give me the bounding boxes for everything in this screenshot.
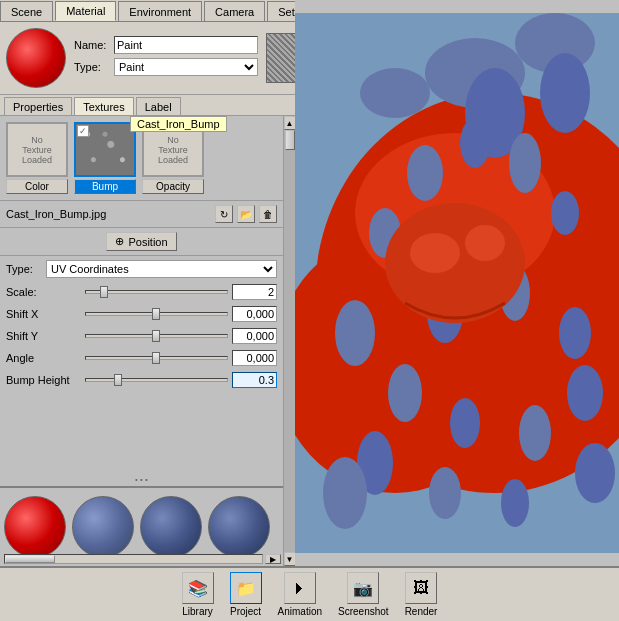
svg-point-12 (551, 191, 579, 235)
toolbar-project-btn[interactable]: 📁 Project (224, 570, 268, 619)
library-icon: 📚 (182, 572, 214, 604)
bumpheight-label: Bump Height (6, 374, 81, 386)
svg-point-17 (388, 364, 422, 422)
hscroll-track[interactable] (4, 554, 263, 564)
material-fields: Name: Type: Paint (74, 36, 258, 80)
scroll-down-btn[interactable]: ▼ (284, 552, 296, 566)
viewport-canvas (295, 0, 619, 566)
3d-viewport[interactable] (295, 0, 619, 566)
tab-properties[interactable]: Properties (4, 97, 72, 115)
material-sphere-preview (6, 28, 66, 88)
scale-input[interactable] (232, 284, 277, 300)
bumpheight-slider[interactable] (85, 378, 228, 382)
shifty-slider[interactable] (85, 334, 228, 338)
shiftx-slider[interactable] (85, 312, 228, 316)
svg-point-26 (335, 300, 375, 366)
bottom-toolbar: 📚 Library 📁 Project ⏵ Animation 📷 Screen… (0, 566, 619, 621)
shiftx-input[interactable] (232, 306, 277, 322)
vertical-scrollbar: ▲ ▼ (283, 116, 295, 566)
render-label: Render (405, 606, 438, 617)
tab-textures[interactable]: Textures (74, 97, 134, 115)
channel-opacity[interactable]: NoTextureLoaded Opacity (142, 122, 204, 194)
shifty-label: Shift Y (6, 330, 81, 342)
svg-point-24 (410, 233, 460, 273)
channel-opacity-label[interactable]: Opacity (142, 179, 204, 194)
tab-environment[interactable]: Environment (118, 1, 202, 21)
project-icon: 📁 (230, 572, 262, 604)
bumpheight-input[interactable] (232, 372, 277, 388)
material-thumbnail (266, 33, 295, 83)
folder-btn[interactable]: 📂 (237, 205, 255, 223)
sub-tab-bar: Properties Textures Label (0, 95, 295, 116)
expand-dots: • • • (0, 473, 283, 486)
toolbar-screenshot-btn[interactable]: 📷 Screenshot (332, 570, 395, 619)
mat-ball-red[interactable] (4, 496, 66, 558)
type-dropdown[interactable]: UV Coordinates (46, 260, 277, 278)
refresh-btn[interactable]: ↻ (215, 205, 233, 223)
scale-slider[interactable] (85, 290, 228, 294)
angle-input[interactable] (232, 350, 277, 366)
channel-bump-label[interactable]: Bump (74, 179, 136, 194)
texture-filename: Cast_Iron_Bump.jpg (6, 208, 211, 220)
material-header: Name: Type: Paint 💾 (0, 22, 295, 95)
toolbar-render-btn[interactable]: 🖼 Render (399, 570, 444, 619)
tab-material[interactable]: Material (55, 1, 116, 21)
project-label: Project (230, 606, 261, 617)
svg-point-6 (360, 68, 430, 118)
tab-camera[interactable]: Camera (204, 1, 265, 21)
channel-color-label[interactable]: Color (6, 179, 68, 194)
channel-color[interactable]: NoTextureLoaded Color (6, 122, 68, 194)
svg-point-18 (450, 398, 480, 448)
name-input[interactable] (114, 36, 258, 54)
tooltip: Cast_Iron_Bump (130, 116, 227, 132)
type-select[interactable]: Paint (114, 58, 258, 76)
toolbar-animation-btn[interactable]: ⏵ Animation (272, 570, 328, 619)
hscroll-thumb[interactable] (5, 555, 55, 563)
screenshot-icon: 📷 (347, 572, 379, 604)
svg-point-28 (323, 457, 367, 529)
scroll-track[interactable] (284, 130, 296, 552)
shifty-input[interactable] (232, 328, 277, 344)
name-label: Name: (74, 39, 114, 51)
top-tab-bar: Scene Material Environment Camera Settin… (0, 0, 295, 22)
angle-slider[interactable] (85, 356, 228, 360)
angle-label: Angle (6, 352, 81, 364)
svg-point-10 (460, 118, 490, 168)
svg-point-22 (501, 479, 529, 527)
svg-point-9 (407, 145, 443, 201)
scale-label: Scale: (6, 286, 81, 298)
svg-point-8 (540, 53, 590, 133)
bump-checkbox[interactable]: ✓ (77, 125, 89, 137)
svg-point-25 (465, 225, 505, 261)
tab-scene[interactable]: Scene (0, 1, 53, 21)
texture-properties: Type: UV Coordinates Scale: (0, 256, 283, 473)
type-label: Type: (74, 61, 114, 73)
render-icon: 🖼 (405, 572, 437, 604)
svg-point-29 (575, 443, 615, 503)
texture-tools: Cast_Iron_Bump.jpg ↻ 📂 🗑 (0, 201, 283, 228)
channel-bump[interactable]: ✓ Bump (74, 122, 136, 194)
prop-type-label: Type: (6, 263, 46, 275)
position-area: ⊕ Position (0, 228, 283, 256)
material-balls-area: ▶ (0, 486, 283, 566)
svg-point-27 (567, 365, 603, 421)
mat-ball-blue2[interactable] (140, 496, 202, 558)
svg-point-21 (429, 467, 461, 519)
screenshot-label: Screenshot (338, 606, 389, 617)
position-button[interactable]: ⊕ Position (106, 232, 176, 251)
scroll-handle[interactable] (285, 130, 295, 150)
position-label: Position (128, 236, 167, 248)
svg-point-19 (519, 405, 551, 461)
toolbar-library-btn[interactable]: 📚 Library (176, 570, 220, 619)
tab-settings[interactable]: Settings (267, 1, 295, 21)
animation-label: Animation (278, 606, 322, 617)
mat-ball-blue3[interactable] (208, 496, 270, 558)
scroll-up-btn[interactable]: ▲ (284, 116, 296, 130)
delete-btn[interactable]: 🗑 (259, 205, 277, 223)
library-label: Library (182, 606, 213, 617)
svg-point-11 (509, 133, 541, 193)
mat-ball-blue1[interactable] (72, 496, 134, 558)
tab-label[interactable]: Label (136, 97, 181, 115)
hscroll-right-btn[interactable]: ▶ (265, 554, 281, 564)
svg-point-16 (559, 307, 591, 359)
